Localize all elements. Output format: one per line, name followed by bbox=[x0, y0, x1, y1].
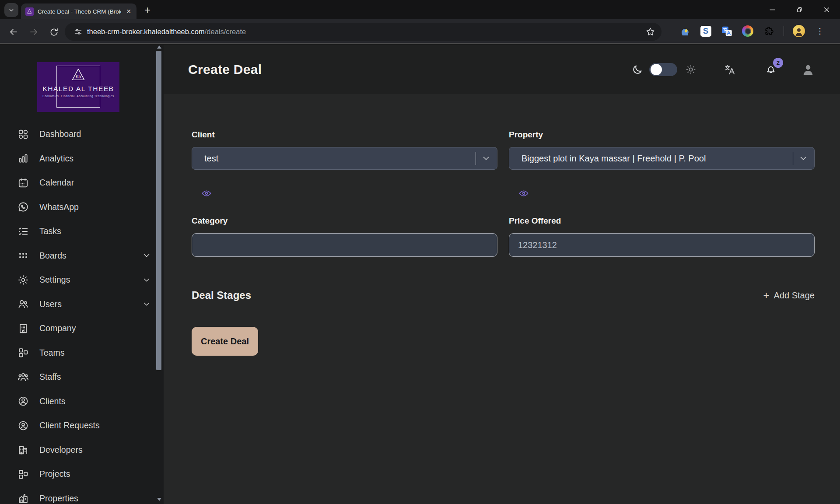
minimize-button[interactable] bbox=[759, 0, 786, 19]
tab-search-button[interactable] bbox=[4, 3, 18, 17]
new-tab-button[interactable]: + bbox=[141, 4, 154, 17]
sidebar-item-settings[interactable]: Settings bbox=[0, 268, 164, 292]
sidebar-item-label: Users bbox=[39, 299, 142, 309]
company-logo[interactable]: Kh KHALED AL THEEB Economics. Financial.… bbox=[37, 62, 119, 112]
page-header: Create Deal 2 bbox=[164, 45, 840, 94]
s-extension-icon[interactable]: S bbox=[700, 25, 712, 37]
svg-text:Kh: Kh bbox=[76, 74, 81, 79]
scroll-up-arrow-icon[interactable] bbox=[157, 46, 161, 49]
client-value: test bbox=[204, 154, 476, 164]
squares-icon bbox=[17, 468, 30, 481]
sidebar-scrollbar[interactable] bbox=[156, 51, 161, 370]
category-field: Category bbox=[192, 216, 497, 257]
sidebar-item-label: Tasks bbox=[39, 226, 151, 236]
sidebar-item-developers[interactable]: Developers bbox=[0, 438, 164, 462]
sidebar-item-label: Staffs bbox=[39, 372, 151, 382]
sidebar-item-label: Company bbox=[39, 323, 151, 333]
thinking-head-extension-icon[interactable] bbox=[679, 25, 691, 37]
translate-icon[interactable] bbox=[724, 63, 736, 76]
browser-window: Create Deal - Theeb CRM (Broker) ✕ + the… bbox=[0, 0, 840, 504]
sidebar-item-label: Calendar bbox=[39, 178, 151, 188]
lens-extension-icon[interactable] bbox=[742, 25, 754, 37]
chevron-down-icon[interactable] bbox=[142, 251, 151, 260]
site-settings-icon[interactable] bbox=[74, 27, 83, 36]
sidebar-item-company[interactable]: Company bbox=[0, 316, 164, 341]
page: Kh KHALED AL THEEB Economics. Financial.… bbox=[0, 45, 840, 504]
sidebar: Kh KHALED AL THEEB Economics. Financial.… bbox=[0, 45, 164, 504]
property-value: Biggest plot in Kaya massar | Freehold |… bbox=[522, 154, 793, 164]
sidebar-item-label: Client Requests bbox=[39, 420, 151, 430]
toggle-knob bbox=[651, 64, 662, 75]
moon-icon[interactable] bbox=[632, 64, 643, 75]
add-stage-button[interactable]: + Add Stage bbox=[763, 289, 815, 301]
sidebar-item-staffs[interactable]: Staffs bbox=[0, 365, 164, 389]
browser-menu-button[interactable]: ⋮ bbox=[814, 25, 826, 37]
property-select[interactable]: Biggest plot in Kaya massar | Freehold |… bbox=[509, 147, 815, 170]
sidebar-item-teams[interactable]: Teams bbox=[0, 341, 164, 365]
sidebar-item-client-requests[interactable]: Client Requests bbox=[0, 413, 164, 438]
sidebar-item-projects[interactable]: Projects bbox=[0, 462, 164, 486]
forward-button[interactable] bbox=[27, 25, 40, 38]
theme-toggle[interactable] bbox=[649, 63, 677, 76]
sidebar-item-users[interactable]: Users bbox=[0, 292, 164, 317]
chevron-down-icon[interactable] bbox=[142, 275, 151, 285]
chevron-down-icon[interactable] bbox=[481, 154, 491, 163]
sidebar-nav: DashboardAnalyticsCalendarWhatsAppTasksB… bbox=[0, 122, 164, 504]
google-translate-extension-icon[interactable] bbox=[721, 25, 733, 37]
category-label: Category bbox=[192, 216, 497, 226]
sidebar-item-boards[interactable]: Boards bbox=[0, 244, 164, 268]
notifications-button[interactable]: 2 bbox=[765, 63, 777, 76]
sidebar-item-dashboard[interactable]: Dashboard bbox=[0, 122, 164, 147]
scroll-down-arrow-icon[interactable] bbox=[157, 498, 161, 501]
buildings-icon bbox=[17, 443, 30, 456]
address-bar[interactable]: theeb-crm-broker.khaledaltheeb.com/deals… bbox=[65, 23, 662, 41]
sidebar-item-whatsapp[interactable]: WhatsApp bbox=[0, 195, 164, 220]
browser-profile-avatar[interactable] bbox=[793, 25, 805, 37]
company-icon bbox=[17, 322, 30, 335]
sidebar-item-label: Boards bbox=[39, 251, 142, 261]
view-property-eye-icon[interactable] bbox=[518, 188, 530, 199]
property-field: Property Biggest plot in Kaya massar | F… bbox=[509, 130, 815, 200]
tab-close-icon[interactable]: ✕ bbox=[125, 7, 132, 16]
sidebar-item-tasks[interactable]: Tasks bbox=[0, 219, 164, 244]
reload-button[interactable] bbox=[47, 25, 60, 38]
staffs-icon bbox=[17, 371, 30, 384]
s-letter: S bbox=[700, 26, 711, 37]
select-divider bbox=[476, 152, 476, 165]
chevron-down-icon[interactable] bbox=[142, 299, 151, 309]
sidebar-item-analytics[interactable]: Analytics bbox=[0, 147, 164, 171]
create-deal-button[interactable]: Create Deal bbox=[192, 327, 258, 356]
logo-triangle-icon: Kh bbox=[70, 67, 87, 82]
site-favicon bbox=[25, 7, 34, 16]
view-client-eye-icon[interactable] bbox=[200, 188, 213, 199]
add-stage-label: Add Stage bbox=[774, 290, 815, 301]
whatsapp-icon bbox=[17, 200, 30, 214]
sidebar-item-calendar[interactable]: Calendar bbox=[0, 171, 164, 195]
chevron-down-icon[interactable] bbox=[798, 154, 808, 163]
close-button[interactable] bbox=[813, 0, 840, 19]
sidebar-item-label: Developers bbox=[39, 445, 151, 455]
user-avatar-icon[interactable] bbox=[802, 63, 815, 76]
restore-button[interactable] bbox=[786, 0, 813, 19]
sidebar-item-clients[interactable]: Clients bbox=[0, 389, 164, 414]
price-offered-input[interactable] bbox=[509, 233, 815, 257]
back-button[interactable] bbox=[7, 25, 20, 38]
tab-title: Create Deal - Theeb CRM (Broker) bbox=[38, 8, 121, 15]
page-title: Create Deal bbox=[188, 62, 262, 77]
calendar-icon bbox=[17, 176, 30, 189]
logo-title: KHALED AL THEEB bbox=[37, 85, 119, 93]
bookmark-star-icon[interactable] bbox=[645, 27, 655, 37]
extensions-puzzle-icon[interactable] bbox=[763, 25, 775, 37]
url-text: theeb-crm-broker.khaledaltheeb.com/deals… bbox=[87, 28, 246, 36]
sidebar-item-properties[interactable]: Properties bbox=[0, 486, 164, 504]
tasks-icon bbox=[17, 225, 30, 238]
category-input[interactable] bbox=[192, 233, 497, 257]
sun-icon[interactable] bbox=[685, 64, 696, 75]
browser-tab[interactable]: Create Deal - Theeb CRM (Broker) ✕ bbox=[21, 4, 136, 19]
users-icon bbox=[17, 298, 30, 311]
client-select[interactable]: test bbox=[192, 147, 497, 170]
sidebar-item-label: WhatsApp bbox=[39, 202, 151, 212]
settings-icon bbox=[17, 273, 30, 287]
url-path: /deals/create bbox=[205, 28, 246, 35]
window-controls bbox=[759, 0, 840, 19]
